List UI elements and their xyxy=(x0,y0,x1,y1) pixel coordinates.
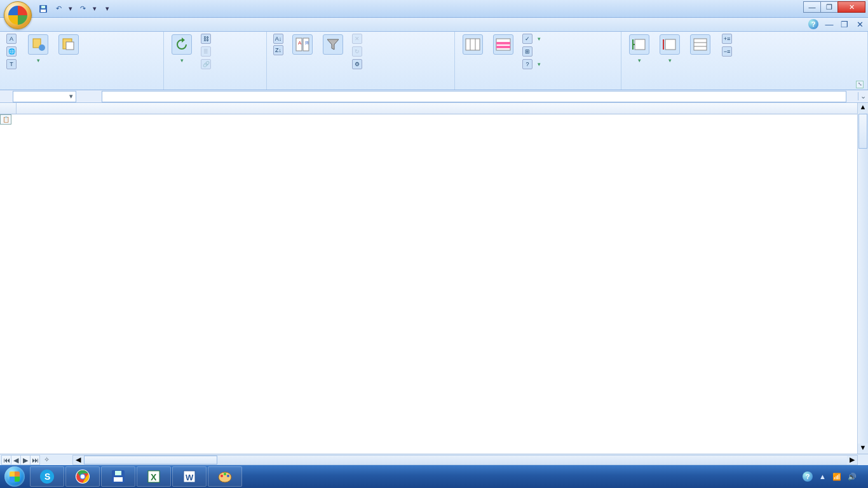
existing-conn-icon xyxy=(58,34,79,55)
filter-button[interactable] xyxy=(319,33,347,57)
consolidate-button[interactable]: ⊞ xyxy=(520,46,543,57)
sort-icon: АЯ xyxy=(292,34,313,55)
select-all-corner[interactable] xyxy=(0,103,17,114)
dedup-icon xyxy=(493,34,513,55)
other-sources-icon xyxy=(28,34,48,55)
web-icon: 🌐 xyxy=(6,46,17,57)
window-close[interactable]: ✕ xyxy=(837,1,865,13)
sort-asc-icon: A↓ xyxy=(273,34,283,44)
qat-redo-drop[interactable]: ▾ xyxy=(92,3,98,15)
clear-filter-button: ✕ xyxy=(349,33,367,44)
ungroup-rows-button[interactable] xyxy=(656,33,684,65)
tray-volume-icon[interactable]: 🔊 xyxy=(848,473,857,481)
new-sheet-button[interactable]: ✧ xyxy=(39,456,53,464)
remove-duplicates-button[interactable] xyxy=(489,33,517,57)
whatif-icon: ? xyxy=(522,59,532,69)
show-detail-button[interactable]: +≡ xyxy=(719,33,735,44)
hide-detail-button[interactable]: −≡ xyxy=(719,46,735,57)
minimize-ribbon[interactable]: ― xyxy=(825,20,834,29)
from-access-button[interactable]: A xyxy=(4,33,22,44)
existing-connections-button[interactable] xyxy=(55,33,83,57)
from-web-button[interactable]: 🌐 xyxy=(4,46,22,57)
sort-desc-button[interactable]: Z↓ xyxy=(271,44,286,56)
links-icon: 🔗 xyxy=(201,59,211,69)
taskbar-word[interactable]: W xyxy=(172,466,207,487)
scroll-down[interactable]: ▼ xyxy=(858,444,868,454)
svg-rect-6 xyxy=(66,42,74,50)
show-detail-icon: +≡ xyxy=(722,34,732,44)
svg-rect-15 xyxy=(496,42,510,44)
svg-rect-1 xyxy=(41,10,46,12)
svg-rect-11 xyxy=(466,39,480,50)
sheet-nav-last[interactable]: ⏭ xyxy=(30,455,40,465)
qat-customize[interactable]: ▾ xyxy=(104,3,111,15)
svg-text:W: W xyxy=(186,473,194,482)
ttc-icon xyxy=(463,34,483,55)
qat-save-icon[interactable] xyxy=(37,3,50,15)
text-to-columns-button[interactable] xyxy=(459,33,487,57)
from-other-sources-button[interactable] xyxy=(24,33,52,65)
sheet-nav-prev[interactable]: ◀ xyxy=(11,455,21,465)
taskbar-save[interactable] xyxy=(101,466,135,487)
window-minimize[interactable]: ― xyxy=(803,1,821,13)
reapply-filter-button: ↻ xyxy=(349,46,367,57)
group-rows-button[interactable] xyxy=(625,33,653,65)
hscroll-left[interactable]: ◀ xyxy=(73,456,83,464)
svg-rect-18 xyxy=(665,39,675,50)
group-data-tools xyxy=(459,80,617,90)
scroll-up[interactable]: ▲ xyxy=(858,103,868,113)
tray-flag-icon[interactable]: ▲ xyxy=(819,473,826,480)
horizontal-scrollbar[interactable]: ◀ ▶ xyxy=(72,455,858,465)
data-validation-button[interactable]: ✓ xyxy=(520,33,543,44)
from-text-button[interactable]: T xyxy=(4,58,22,70)
ungroup-icon xyxy=(660,34,680,55)
name-box[interactable]: ▾ xyxy=(13,91,76,102)
refresh-all-button[interactable] xyxy=(168,33,196,65)
start-button[interactable] xyxy=(0,465,29,488)
window-restore[interactable]: ❐ xyxy=(820,1,838,13)
properties-icon: ≣ xyxy=(201,46,211,57)
svg-rect-16 xyxy=(496,46,510,48)
filter-icon xyxy=(323,34,343,55)
access-icon: A xyxy=(6,34,17,44)
advanced-filter-button[interactable]: ⚙ xyxy=(349,58,367,70)
properties-button: ≣ xyxy=(198,46,216,57)
refresh-icon xyxy=(172,34,192,55)
workbook-close[interactable]: ✕ xyxy=(855,20,864,29)
paste-options-icon[interactable]: 📋 xyxy=(0,114,11,125)
sort-button[interactable]: АЯ xyxy=(288,33,316,57)
svg-text:А: А xyxy=(298,40,302,46)
vscroll-thumb[interactable] xyxy=(858,114,867,149)
consolidate-icon: ⊞ xyxy=(522,46,532,57)
what-if-button[interactable]: ? xyxy=(520,58,543,70)
sheet-nav-first[interactable]: ⏮ xyxy=(1,455,11,465)
vertical-scrollbar[interactable]: ▲ ▼ xyxy=(857,103,868,454)
subtotal-icon xyxy=(690,34,710,55)
clear-icon: ✕ xyxy=(352,34,362,44)
office-button[interactable] xyxy=(4,1,32,29)
tray-network-icon[interactable]: 📶 xyxy=(832,473,841,481)
subtotal-button[interactable] xyxy=(686,33,714,57)
reapply-icon: ↻ xyxy=(352,46,362,57)
taskbar-skype[interactable]: S xyxy=(30,466,64,487)
workbook-restore[interactable]: ❐ xyxy=(840,20,849,29)
taskbar-chrome[interactable] xyxy=(65,466,100,487)
taskbar-excel[interactable]: X xyxy=(137,466,171,487)
formula-expand[interactable]: ⌄ xyxy=(858,92,868,100)
svg-rect-2 xyxy=(41,6,45,8)
outline-launcher[interactable]: ⤡ xyxy=(856,81,864,88)
namebox-dropdown[interactable]: ▾ xyxy=(69,92,73,100)
help-icon[interactable]: ? xyxy=(808,19,818,29)
qat-redo-icon[interactable]: ↷ xyxy=(76,3,89,15)
qat-undo-icon[interactable]: ↶ xyxy=(52,3,65,15)
sheet-nav-next[interactable]: ▶ xyxy=(20,455,31,465)
qat-undo-drop[interactable]: ▾ xyxy=(67,3,74,15)
taskbar-paint[interactable] xyxy=(208,466,242,487)
svg-point-36 xyxy=(220,475,223,477)
hscroll-thumb[interactable] xyxy=(84,456,217,464)
sort-asc-button[interactable]: A↓ xyxy=(271,33,286,44)
tray-help-icon[interactable]: ? xyxy=(803,471,813,482)
svg-point-4 xyxy=(39,44,45,51)
hscroll-right[interactable]: ▶ xyxy=(847,456,857,464)
connections-button[interactable]: ⛓ xyxy=(198,33,216,44)
